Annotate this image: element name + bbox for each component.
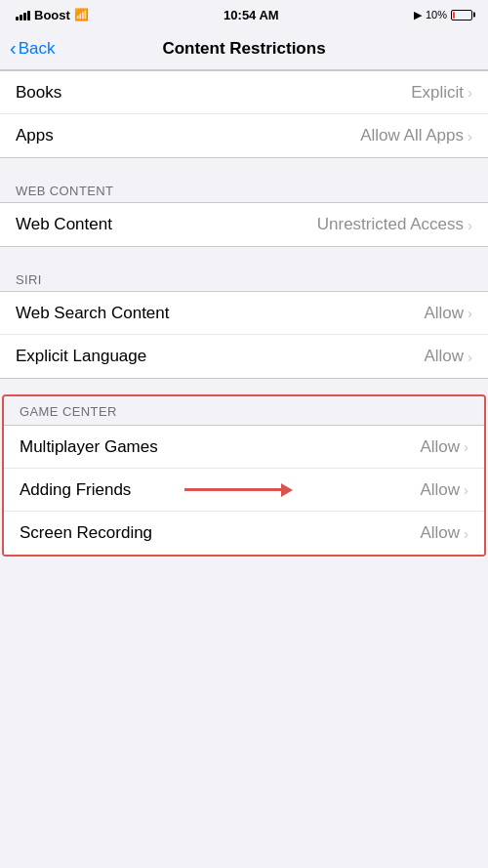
apps-value-text: Allow All Apps xyxy=(360,126,464,145)
apps-label: Apps xyxy=(16,126,54,145)
battery-area: ▶ 10% xyxy=(414,9,472,21)
explicit-language-value: Allow › xyxy=(424,347,472,366)
carrier-signal: Boost 📶 xyxy=(16,8,89,22)
spacer-1 xyxy=(0,158,488,174)
explicit-language-value-text: Allow xyxy=(424,347,464,366)
battery-icon xyxy=(451,10,472,21)
multiplayer-games-chevron-icon: › xyxy=(464,438,468,455)
game-center-table-group: Multiplayer Games Allow › Adding Friends… xyxy=(4,425,484,555)
multiplayer-games-value: Allow › xyxy=(420,437,468,457)
battery-percent: 10% xyxy=(426,9,447,21)
siri-table-group: Web Search Content Allow › Explicit Lang… xyxy=(0,291,488,379)
books-value-text: Explicit xyxy=(411,83,464,103)
navigation-bar: ‹ Back Content Restrictions xyxy=(0,27,488,70)
apps-chevron-icon: › xyxy=(468,128,472,145)
screen-recording-label: Screen Recording xyxy=(20,523,152,543)
game-center-section-header: GAME CENTER xyxy=(4,396,484,425)
signal-bars-icon xyxy=(16,9,30,21)
web-content-label: Web Content xyxy=(16,215,112,234)
screen-recording-row[interactable]: Screen Recording Allow › xyxy=(4,512,484,555)
web-search-value: Allow › xyxy=(424,304,472,323)
status-bar: Boost 📶 10:54 AM ▶ 10% xyxy=(0,0,488,27)
wifi-icon: 📶 xyxy=(74,8,89,21)
back-button[interactable]: ‹ Back xyxy=(10,39,55,59)
web-content-value: Unrestricted Access › xyxy=(317,215,472,234)
adding-friends-chevron-icon: › xyxy=(464,481,468,498)
explicit-language-row[interactable]: Explicit Language Allow › xyxy=(0,335,488,378)
multiplayer-games-label: Multiplayer Games xyxy=(20,437,158,457)
clock: 10:54 AM xyxy=(224,8,279,22)
web-search-label: Web Search Content xyxy=(16,304,170,323)
apps-value: Allow All Apps › xyxy=(360,126,472,145)
adding-friends-row[interactable]: Adding Friends Allow › xyxy=(4,469,484,512)
web-search-value-text: Allow xyxy=(424,304,464,323)
arrow-line xyxy=(184,488,282,491)
carrier-label: Boost xyxy=(34,8,70,22)
books-value: Explicit › xyxy=(411,83,472,103)
adding-friends-value-text: Allow xyxy=(420,480,460,500)
web-content-value-text: Unrestricted Access xyxy=(317,215,464,234)
web-content-row[interactable]: Web Content Unrestricted Access › xyxy=(0,203,488,246)
explicit-language-chevron-icon: › xyxy=(468,349,472,365)
arrow-head-icon xyxy=(281,483,293,497)
web-search-chevron-icon: › xyxy=(468,305,472,321)
web-content-table-group: Web Content Unrestricted Access › xyxy=(0,202,488,247)
books-chevron-icon: › xyxy=(468,84,472,101)
location-icon: ▶ xyxy=(414,9,422,21)
top-table-group: Books Explicit › Apps Allow All Apps › xyxy=(0,70,488,158)
adding-friends-value: Allow › xyxy=(420,480,468,500)
multiplayer-games-row[interactable]: Multiplayer Games Allow › xyxy=(4,426,484,469)
annotation-arrow xyxy=(184,483,293,497)
siri-section-header: SIRI xyxy=(0,263,488,291)
web-content-chevron-icon: › xyxy=(468,217,472,233)
screen-recording-value: Allow › xyxy=(420,523,468,543)
spacer-3 xyxy=(0,379,488,394)
explicit-language-label: Explicit Language xyxy=(16,347,146,366)
screen-recording-value-text: Allow xyxy=(420,523,460,543)
back-label: Back xyxy=(19,39,56,59)
page-title: Content Restrictions xyxy=(162,39,325,59)
web-search-row[interactable]: Web Search Content Allow › xyxy=(0,292,488,335)
spacer-2 xyxy=(0,247,488,263)
apps-row[interactable]: Apps Allow All Apps › xyxy=(0,114,488,157)
books-row[interactable]: Books Explicit › xyxy=(0,71,488,114)
game-center-section-highlight: GAME CENTER Multiplayer Games Allow › Ad… xyxy=(2,394,486,557)
web-content-section-header: WEB CONTENT xyxy=(0,174,488,202)
multiplayer-games-value-text: Allow xyxy=(420,437,460,457)
adding-friends-label: Adding Friends xyxy=(20,480,131,500)
screen-recording-chevron-icon: › xyxy=(464,525,468,542)
books-label: Books xyxy=(16,83,61,103)
chevron-left-icon: ‹ xyxy=(10,38,17,58)
